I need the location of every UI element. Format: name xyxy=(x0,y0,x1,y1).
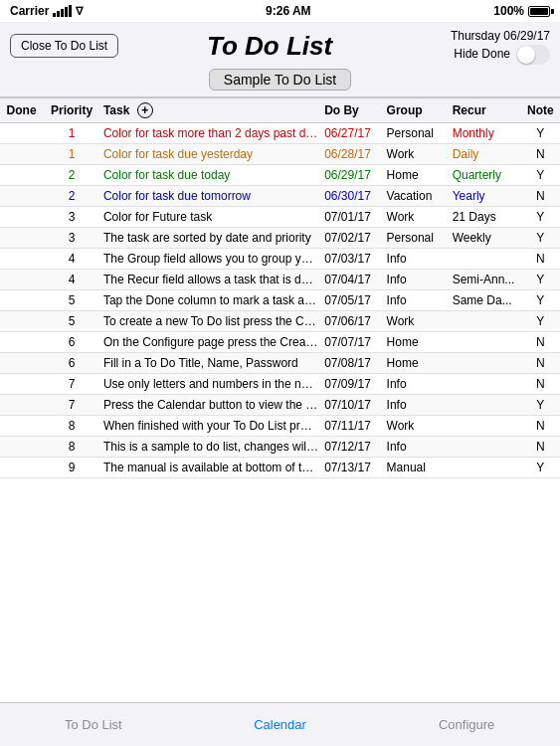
note-cell: N xyxy=(521,248,560,269)
group-cell: Info xyxy=(384,248,450,269)
table-row[interactable]: 6 On the Configure page press the Create… xyxy=(0,331,560,352)
done-cell[interactable] xyxy=(0,248,43,269)
note-cell: Y xyxy=(521,289,560,310)
doby-cell: 07/08/17 xyxy=(321,352,383,373)
priority-cell: 7 xyxy=(43,394,100,415)
done-cell[interactable] xyxy=(0,164,43,185)
note-cell: N xyxy=(521,436,560,457)
note-cell: Y xyxy=(521,122,560,143)
note-cell: N xyxy=(521,143,560,164)
task-cell: Color for task more than 2 days past due xyxy=(100,122,321,143)
tab-calendar[interactable]: Calendar xyxy=(187,709,374,740)
table-row[interactable]: 5 Tap the Done column to mark a task as … xyxy=(0,289,560,310)
table-header-row: Done Priority Task + Do By Group Recur N… xyxy=(0,97,560,122)
priority-cell: 3 xyxy=(43,227,100,248)
add-task-icon[interactable]: + xyxy=(137,102,153,118)
doby-cell: 07/07/17 xyxy=(321,331,383,352)
table-row[interactable]: 1 Color for task due yesterday 06/28/17 … xyxy=(0,143,560,164)
done-cell[interactable] xyxy=(0,352,43,373)
done-cell[interactable] xyxy=(0,289,43,310)
group-cell: Info xyxy=(384,269,450,289)
priority-cell: 8 xyxy=(43,436,100,457)
task-cell: The task are sorted by date and priority xyxy=(100,227,321,248)
table-row[interactable]: 7 Use only letters and numbers in the na… xyxy=(0,373,560,394)
priority-cell: 6 xyxy=(43,352,100,373)
done-cell[interactable] xyxy=(0,373,43,394)
done-cell[interactable] xyxy=(0,331,43,352)
priority-cell: 7 xyxy=(43,373,100,394)
battery-percent: 100% xyxy=(493,4,524,18)
status-right: 100% xyxy=(493,4,550,18)
group-cell: Info xyxy=(384,373,450,394)
note-cell: Y xyxy=(521,310,560,331)
hide-done-toggle[interactable] xyxy=(516,45,550,65)
done-cell[interactable] xyxy=(0,415,43,436)
recur-cell: Quarterly xyxy=(450,164,521,185)
priority-cell: 6 xyxy=(43,331,100,352)
task-cell: Tap the Done column to mark a task as co… xyxy=(100,289,321,310)
wifi-icon: ∇ xyxy=(76,5,83,18)
task-cell: Fill in a To Do Title, Name, Password xyxy=(100,352,321,373)
done-cell[interactable] xyxy=(0,457,43,477)
table-row[interactable]: 4 The Recur field allows a task that is … xyxy=(0,269,560,289)
hide-done-row: Hide Done xyxy=(421,45,550,65)
done-cell[interactable] xyxy=(0,227,43,248)
table-row[interactable]: 4 The Group field allows you to group yo… xyxy=(0,248,560,269)
done-cell[interactable] xyxy=(0,269,43,289)
recur-cell xyxy=(450,352,521,373)
done-cell[interactable] xyxy=(0,394,43,415)
doby-cell: 07/04/17 xyxy=(321,269,383,289)
table-row[interactable]: 5 To create a new To Do list press the C… xyxy=(0,310,560,331)
table-row[interactable]: 8 This is a sample to do list, changes w… xyxy=(0,436,560,457)
recur-cell: Yearly xyxy=(450,185,521,206)
note-cell: Y xyxy=(521,269,560,289)
table-row[interactable]: 1 Color for task more than 2 days past d… xyxy=(0,122,560,143)
table-row[interactable]: 2 Color for task due today 06/29/17 Home… xyxy=(0,164,560,185)
done-cell[interactable] xyxy=(0,310,43,331)
table-row[interactable]: 8 When finished with your To Do List pre… xyxy=(0,415,560,436)
priority-cell: 5 xyxy=(43,310,100,331)
note-cell: Y xyxy=(521,394,560,415)
tab-configure[interactable]: Configure xyxy=(373,709,560,740)
done-cell[interactable] xyxy=(0,143,43,164)
header: Close To Do List To Do List Thursday 06/… xyxy=(0,22,560,97)
doby-cell: 07/03/17 xyxy=(321,248,383,269)
table-row[interactable]: 7 Press the Calendar button to view the … xyxy=(0,394,560,415)
tab-todo[interactable]: To Do List xyxy=(0,709,187,740)
priority-cell: 5 xyxy=(43,289,100,310)
page-title: To Do List xyxy=(118,31,421,62)
sample-label: Sample To Do List xyxy=(209,69,351,91)
table-row[interactable]: 6 Fill in a To Do Title, Name, Password … xyxy=(0,352,560,373)
priority-cell: 1 xyxy=(43,122,100,143)
recur-cell: Semi-Ann... xyxy=(450,269,521,289)
priority-cell: 3 xyxy=(43,206,100,227)
doby-cell: 06/30/17 xyxy=(321,185,383,206)
group-cell: Info xyxy=(384,289,450,310)
col-done: Done xyxy=(0,97,43,122)
table-row[interactable]: 9 The manual is available at bottom of t… xyxy=(0,457,560,477)
group-cell: Home xyxy=(384,331,450,352)
close-button[interactable]: Close To Do List xyxy=(10,34,118,58)
done-cell[interactable] xyxy=(0,206,43,227)
table-row[interactable]: 3 Color for Future task 07/01/17 Work 21… xyxy=(0,206,560,227)
task-table-container: Done Priority Task + Do By Group Recur N… xyxy=(0,97,560,696)
recur-cell: Same Da... xyxy=(450,289,521,310)
note-cell: Y xyxy=(521,206,560,227)
doby-cell: 07/09/17 xyxy=(321,373,383,394)
col-group: Group xyxy=(384,97,450,122)
note-cell: N xyxy=(521,415,560,436)
doby-cell: 07/02/17 xyxy=(321,227,383,248)
done-cell[interactable] xyxy=(0,185,43,206)
note-cell: N xyxy=(521,352,560,373)
hide-done-label: Hide Done xyxy=(454,46,510,63)
group-cell: Home xyxy=(384,164,450,185)
subtitle-row: Sample To Do List xyxy=(10,69,550,91)
done-cell[interactable] xyxy=(0,122,43,143)
col-doby: Do By xyxy=(321,97,383,122)
done-cell[interactable] xyxy=(0,436,43,457)
recur-cell xyxy=(450,331,521,352)
table-row[interactable]: 3 The task are sorted by date and priori… xyxy=(0,227,560,248)
carrier-label: Carrier xyxy=(10,4,49,18)
table-row[interactable]: 2 Color for task due tomorrow 06/30/17 V… xyxy=(0,185,560,206)
task-cell: When finished with your To Do List press… xyxy=(100,415,321,436)
